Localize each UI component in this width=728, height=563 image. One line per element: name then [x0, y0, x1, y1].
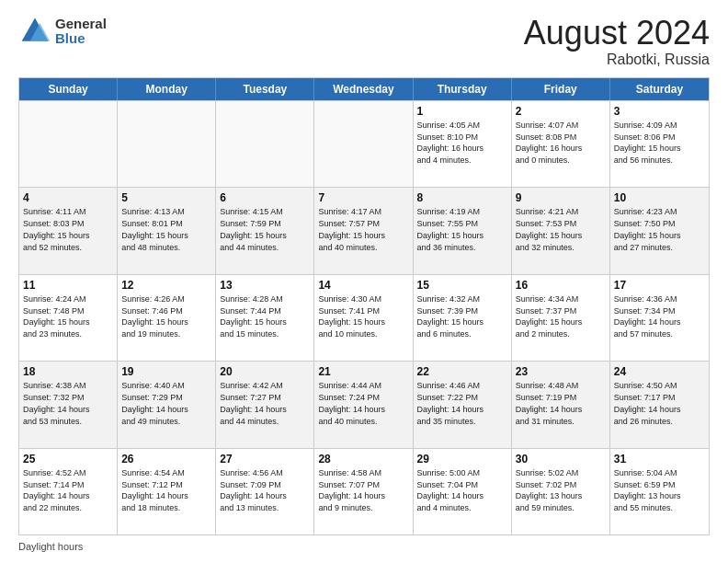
day-content: Sunrise: 5:02 AM Sunset: 7:02 PM Dayligh… [516, 468, 583, 512]
day-content: Sunrise: 4:21 AM Sunset: 7:53 PM Dayligh… [516, 207, 583, 251]
day-number: 12 [121, 278, 211, 293]
day-number: 27 [220, 452, 310, 466]
day-content: Sunrise: 4:13 AM Sunset: 8:01 PM Dayligh… [121, 207, 188, 251]
day-number: 3 [614, 104, 705, 119]
location: Rabotki, Russia [524, 52, 710, 68]
day-number: 22 [417, 364, 507, 379]
day-content: Sunrise: 4:48 AM Sunset: 7:19 PM Dayligh… [516, 381, 583, 425]
day-number: 6 [220, 190, 310, 205]
day-content: Sunrise: 4:23 AM Sunset: 7:50 PM Dayligh… [614, 207, 681, 251]
header-day-thursday: Thursday [414, 78, 512, 100]
month-year: August 2024 [524, 15, 710, 52]
day-content: Sunrise: 4:36 AM Sunset: 7:34 PM Dayligh… [614, 294, 681, 339]
header-day-wednesday: Wednesday [314, 78, 413, 100]
day-content: Sunrise: 4:44 AM Sunset: 7:24 PM Dayligh… [318, 381, 385, 425]
calendar-week-3: 11Sunrise: 4:24 AM Sunset: 7:48 PM Dayli… [19, 274, 709, 361]
day-content: Sunrise: 4:42 AM Sunset: 7:27 PM Dayligh… [220, 381, 287, 425]
header: General Blue August 2024 Rabotki, Russia [18, 15, 710, 68]
day-content: Sunrise: 4:38 AM Sunset: 7:32 PM Dayligh… [23, 381, 90, 425]
calendar-cell: 26Sunrise: 4:54 AM Sunset: 7:12 PM Dayli… [118, 449, 216, 534]
calendar-cell: 14Sunrise: 4:30 AM Sunset: 7:41 PM Dayli… [314, 275, 413, 361]
day-content: Sunrise: 4:46 AM Sunset: 7:22 PM Dayligh… [417, 381, 484, 425]
header-day-tuesday: Tuesday [216, 78, 314, 100]
calendar-week-4: 18Sunrise: 4:38 AM Sunset: 7:32 PM Dayli… [19, 361, 709, 447]
day-number: 26 [121, 452, 211, 466]
day-number: 4 [23, 190, 113, 205]
day-number: 18 [23, 364, 113, 379]
calendar-cell: 5Sunrise: 4:13 AM Sunset: 8:01 PM Daylig… [118, 188, 216, 273]
day-number: 30 [516, 452, 606, 466]
day-number: 14 [318, 278, 408, 293]
calendar-cell: 21Sunrise: 4:44 AM Sunset: 7:24 PM Dayli… [314, 362, 413, 447]
calendar-cell: 12Sunrise: 4:26 AM Sunset: 7:46 PM Dayli… [118, 275, 216, 361]
calendar-cell: 6Sunrise: 4:15 AM Sunset: 7:59 PM Daylig… [216, 188, 314, 273]
day-number: 24 [614, 364, 705, 379]
day-content: Sunrise: 4:58 AM Sunset: 7:07 PM Dayligh… [318, 468, 385, 512]
calendar-cell: 23Sunrise: 4:48 AM Sunset: 7:19 PM Dayli… [512, 362, 610, 447]
calendar-cell: 8Sunrise: 4:19 AM Sunset: 7:55 PM Daylig… [414, 188, 512, 273]
day-content: Sunrise: 4:19 AM Sunset: 7:55 PM Dayligh… [417, 207, 484, 251]
day-content: Sunrise: 4:24 AM Sunset: 7:48 PM Dayligh… [23, 294, 90, 339]
day-number: 13 [220, 278, 310, 293]
day-content: Sunrise: 4:34 AM Sunset: 7:37 PM Dayligh… [516, 294, 583, 339]
day-content: Sunrise: 4:56 AM Sunset: 7:09 PM Dayligh… [220, 468, 287, 512]
calendar-cell: 4Sunrise: 4:11 AM Sunset: 8:03 PM Daylig… [19, 188, 118, 273]
day-number: 31 [614, 452, 705, 466]
footer-text: Daylight hours [18, 541, 83, 552]
calendar-cell: 15Sunrise: 4:32 AM Sunset: 7:39 PM Dayli… [414, 275, 512, 361]
calendar-cell: 10Sunrise: 4:23 AM Sunset: 7:50 PM Dayli… [610, 188, 709, 273]
day-content: Sunrise: 4:26 AM Sunset: 7:46 PM Dayligh… [121, 294, 188, 339]
day-content: Sunrise: 4:07 AM Sunset: 8:08 PM Dayligh… [516, 121, 583, 165]
calendar-cell: 7Sunrise: 4:17 AM Sunset: 7:57 PM Daylig… [314, 188, 413, 273]
day-number: 1 [417, 104, 507, 119]
day-number: 7 [318, 190, 408, 205]
logo-icon [18, 15, 51, 48]
page: General Blue August 2024 Rabotki, Russia… [0, 0, 728, 563]
calendar-header: SundayMondayTuesdayWednesdayThursdayFrid… [19, 78, 709, 100]
day-number: 23 [516, 364, 606, 379]
calendar-cell: 31Sunrise: 5:04 AM Sunset: 6:59 PM Dayli… [610, 449, 709, 534]
day-number: 8 [417, 190, 507, 205]
header-day-monday: Monday [118, 78, 216, 100]
day-number: 5 [121, 190, 211, 205]
logo-general: General [55, 17, 107, 32]
day-number: 25 [23, 452, 113, 466]
day-number: 28 [318, 452, 408, 466]
day-number: 21 [318, 364, 408, 379]
day-content: Sunrise: 4:05 AM Sunset: 8:10 PM Dayligh… [417, 121, 484, 165]
day-content: Sunrise: 4:40 AM Sunset: 7:29 PM Dayligh… [121, 381, 188, 425]
logo: General Blue [18, 15, 107, 48]
day-content: Sunrise: 5:04 AM Sunset: 6:59 PM Dayligh… [614, 468, 681, 512]
calendar-cell: 18Sunrise: 4:38 AM Sunset: 7:32 PM Dayli… [19, 362, 118, 447]
calendar-cell: 9Sunrise: 4:21 AM Sunset: 7:53 PM Daylig… [512, 188, 610, 273]
day-number: 20 [220, 364, 310, 379]
day-content: Sunrise: 4:52 AM Sunset: 7:14 PM Dayligh… [23, 468, 90, 512]
calendar-cell: 25Sunrise: 4:52 AM Sunset: 7:14 PM Dayli… [19, 449, 118, 534]
calendar-cell [118, 101, 216, 187]
day-number: 19 [121, 364, 211, 379]
day-number: 11 [23, 278, 113, 293]
calendar-cell: 17Sunrise: 4:36 AM Sunset: 7:34 PM Dayli… [610, 275, 709, 361]
calendar-cell [19, 101, 118, 187]
day-content: Sunrise: 4:30 AM Sunset: 7:41 PM Dayligh… [318, 294, 385, 339]
header-day-saturday: Saturday [610, 78, 709, 100]
day-number: 17 [614, 278, 705, 293]
header-day-friday: Friday [512, 78, 610, 100]
header-day-sunday: Sunday [19, 78, 118, 100]
calendar-cell: 13Sunrise: 4:28 AM Sunset: 7:44 PM Dayli… [216, 275, 314, 361]
calendar-cell: 28Sunrise: 4:58 AM Sunset: 7:07 PM Dayli… [314, 449, 413, 534]
title-block: August 2024 Rabotki, Russia [524, 15, 710, 68]
day-content: Sunrise: 4:32 AM Sunset: 7:39 PM Dayligh… [417, 294, 484, 339]
logo-text: General Blue [55, 17, 107, 47]
calendar-week-1: 1Sunrise: 4:05 AM Sunset: 8:10 PM Daylig… [19, 100, 709, 187]
day-content: Sunrise: 4:15 AM Sunset: 7:59 PM Dayligh… [220, 207, 287, 251]
calendar-cell: 20Sunrise: 4:42 AM Sunset: 7:27 PM Dayli… [216, 362, 314, 447]
calendar-cell: 11Sunrise: 4:24 AM Sunset: 7:48 PM Dayli… [19, 275, 118, 361]
calendar-cell: 30Sunrise: 5:02 AM Sunset: 7:02 PM Dayli… [512, 449, 610, 534]
day-content: Sunrise: 5:00 AM Sunset: 7:04 PM Dayligh… [417, 468, 484, 512]
footer: Daylight hours [18, 541, 710, 552]
calendar-cell: 16Sunrise: 4:34 AM Sunset: 7:37 PM Dayli… [512, 275, 610, 361]
calendar-cell: 2Sunrise: 4:07 AM Sunset: 8:08 PM Daylig… [512, 101, 610, 187]
day-content: Sunrise: 4:54 AM Sunset: 7:12 PM Dayligh… [121, 468, 188, 512]
day-number: 29 [417, 452, 507, 466]
